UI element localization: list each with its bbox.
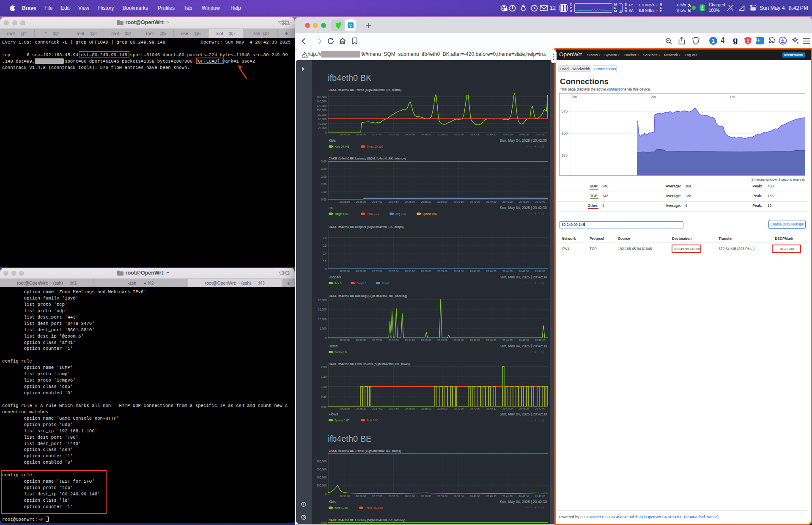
svg-text:20:37:00: 20:37:00	[372, 338, 383, 341]
svg-text:20:42:00: 20:42:00	[535, 269, 546, 272]
svg-text:CAKE ifb4eth0 BK Backlog (SQM.: CAKE ifb4eth0 BK Backlog (SQM.ifb4eth0_B…	[329, 294, 407, 298]
svg-text:20:37:00: 20:37:00	[372, 133, 383, 136]
svg-text:20:38:00: 20:38:00	[405, 200, 415, 203]
svg-text:2m: 2m	[651, 95, 656, 99]
svg-text:20:41:00: 20:41:00	[502, 407, 513, 410]
svg-text:20:39:30: 20:39:30	[453, 407, 464, 410]
svg-text:20:42:00: 20:42:00	[535, 133, 546, 136]
svg-text:4.00: 4.00	[321, 168, 326, 170]
svg-text:Bytes: Bytes	[329, 344, 337, 348]
svg-text:Sun, May 04, 2025 | 20:42:30: Sun, May 04, 2025 | 20:42:30	[500, 344, 547, 348]
svg-text:20:36:30: 20:36:30	[356, 269, 366, 272]
svg-text:CAKE ifb4eth0 BK Latency (SQM.: CAKE ifb4eth0 BK Latency (SQM.ifb4eth0_B…	[329, 157, 406, 160]
svg-text:0: 0	[325, 337, 326, 340]
svg-text:Bulk 0.00: Bulk 0.00	[367, 419, 378, 422]
svg-text:80,000: 80,000	[318, 113, 326, 116]
svg-text:20:38:30: 20:38:30	[421, 495, 431, 498]
svg-text:Kb/s 4,765: Kb/s 4,765	[335, 506, 348, 509]
svg-text:600,000: 600,000	[317, 468, 327, 471]
svg-text:20:38:00: 20:38:00	[405, 133, 415, 136]
svg-text:Kb/s 50,443: Kb/s 50,443	[335, 145, 349, 148]
svg-text:2.00: 2.00	[321, 366, 326, 368]
svg-text:20:36:00: 20:36:00	[340, 269, 350, 272]
svg-text:20:39:00: 20:39:00	[437, 495, 448, 498]
svg-text:Drops/s: Drops/s	[329, 275, 341, 279]
svg-text:20:42:00: 20:42:00	[535, 200, 546, 203]
svg-text:20:41:30: 20:41:30	[518, 133, 529, 136]
svg-text:Ack 0: Ack 0	[335, 282, 342, 285]
svg-text:20:40:30: 20:40:30	[486, 495, 497, 498]
svg-text:0.00: 0.00	[321, 405, 326, 408]
svg-text:1.00: 1.00	[321, 385, 326, 388]
svg-text:0: 0	[325, 493, 326, 496]
svg-text:20:41:00: 20:41:00	[502, 133, 513, 136]
svg-text:Ecn 0: Ecn 0	[382, 282, 389, 285]
svg-text:ifb4eth0 BE: ifb4eth0 BE	[328, 434, 371, 443]
svg-text:20:40:30: 20:40:30	[486, 133, 497, 136]
svg-text:5,000: 5,000	[320, 327, 327, 330]
svg-text:20:37:00: 20:37:00	[372, 407, 383, 410]
svg-text:20,000: 20,000	[318, 126, 326, 129]
svg-text:CAKE ifb4eth0 BE Latency (SQM.: CAKE ifb4eth0 BE Latency (SQM.ifb4eth0_B…	[329, 519, 406, 522]
svg-text:20:40:00: 20:40:00	[470, 133, 480, 136]
svg-text:Kb/s: Kb/s	[329, 138, 336, 143]
svg-text:Flows: Flows	[329, 412, 338, 416]
svg-text:20:40:30: 20:40:30	[486, 200, 497, 203]
svg-text:20:40:30: 20:40:30	[486, 269, 497, 272]
svg-text:20:38:00: 20:38:00	[405, 407, 415, 410]
svg-text:0: 0	[325, 268, 326, 271]
svg-text:1.00: 1.00	[321, 190, 326, 193]
svg-text:100,000: 100,000	[317, 109, 327, 112]
svg-text:20:36:00: 20:36:00	[340, 495, 350, 498]
svg-text:20:37:30: 20:37:30	[388, 133, 399, 136]
svg-text:20:42:00: 20:42:00	[535, 495, 546, 498]
svg-text:0: 0	[325, 131, 326, 134]
svg-text:125: 125	[562, 153, 568, 157]
svg-text:20:38:30: 20:38:30	[421, 338, 431, 341]
svg-text:20:40:00: 20:40:00	[470, 200, 480, 203]
svg-text:20:39:30: 20:39:30	[453, 200, 464, 203]
svg-text:20:36:30: 20:36:30	[356, 338, 366, 341]
svg-text:20:40:30: 20:40:30	[486, 407, 497, 410]
svg-text:Target 5.00: Target 5.00	[335, 212, 348, 216]
svg-text:Kb/s: Kb/s	[329, 500, 336, 504]
svg-text:20:38:30: 20:38:30	[421, 133, 431, 136]
svg-text:20:37:30: 20:37:30	[388, 495, 399, 498]
svg-text:20:36:00: 20:36:00	[340, 133, 350, 136]
svg-text:CAKE ifb4eth0 BK Traffic (SQM.: CAKE ifb4eth0 BK Traffic (SQM.ifb4eth0_B…	[329, 88, 401, 92]
svg-text:CAKE ifb4eth0 BE Traffic (SQM.: CAKE ifb4eth0 BE Traffic (SQM.ifb4eth0_B…	[329, 449, 401, 453]
svg-text:20:38:00: 20:38:00	[405, 495, 415, 498]
svg-text:20:36:30: 20:36:30	[356, 495, 366, 498]
svg-text:20:41:00: 20:41:00	[502, 338, 513, 341]
svg-text:40,000: 40,000	[318, 122, 326, 125]
svg-text:20:37:30: 20:37:30	[388, 407, 399, 410]
svg-text:Drops 0: Drops 0	[357, 282, 366, 285]
svg-text:Backlog 0: Backlog 0	[335, 351, 347, 354]
svg-text:20:39:00: 20:39:00	[437, 338, 448, 341]
svg-text:20:40:00: 20:40:00	[470, 495, 480, 498]
svg-text:20:37:00: 20:37:00	[372, 269, 383, 272]
svg-text:0.4: 0.4	[323, 252, 326, 255]
svg-text:ifb4eth0 BK: ifb4eth0 BK	[328, 73, 372, 82]
svg-text:1m: 1m	[730, 95, 735, 99]
svg-text:20:39:00: 20:39:00	[437, 133, 448, 136]
svg-text:400,000: 400,000	[317, 476, 327, 479]
svg-text:20:42:00: 20:42:00	[535, 338, 546, 341]
svg-text:3m: 3m	[572, 95, 577, 99]
svg-text:10,000: 10,000	[318, 318, 326, 321]
svg-text:Thres 60,160: Thres 60,160	[367, 145, 383, 148]
svg-text:20:40:00: 20:40:00	[470, 269, 480, 272]
svg-text:20:39:30: 20:39:30	[453, 495, 464, 498]
svg-text:5.00: 5.00	[321, 521, 326, 524]
svg-text:5.00: 5.00	[321, 160, 326, 163]
svg-text:800,000: 800,000	[317, 460, 327, 463]
svg-text:Sun, May 04, 2025 | 20:42:30: Sun, May 04, 2025 | 20:42:30	[500, 206, 547, 210]
svg-text:Sun, May 04, 2025 | 20:42:30: Sun, May 04, 2025 | 20:42:30	[500, 500, 547, 504]
svg-text:20:39:30: 20:39:30	[453, 338, 464, 341]
svg-text:20:41:00: 20:41:00	[502, 269, 513, 272]
svg-text:20:41:30: 20:41:30	[518, 407, 529, 410]
svg-text:20:37:30: 20:37:30	[388, 269, 399, 272]
svg-text:20:39:00: 20:39:00	[437, 269, 448, 272]
svg-text:200,000: 200,000	[317, 484, 327, 487]
svg-text:Sparse 0.00: Sparse 0.00	[422, 212, 437, 216]
